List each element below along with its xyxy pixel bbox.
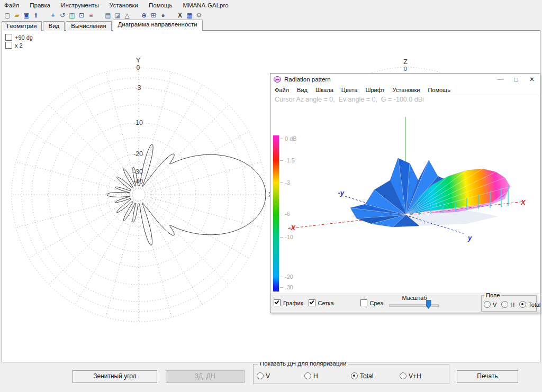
app-window: ФайлПравкаИнструментыУстановкиПомощьMMAN… bbox=[0, 0, 542, 392]
toolbar-separator bbox=[168, 15, 175, 16]
rw-menu-item-6[interactable]: Помощь bbox=[428, 87, 450, 93]
svg-text:Z: Z bbox=[403, 58, 408, 66]
target-icon[interactable]: ⊕ bbox=[139, 11, 149, 20]
svg-text:X: X bbox=[520, 198, 526, 206]
close-button[interactable]: ✕ bbox=[524, 74, 540, 85]
radiation-window-controls: ГрафикСеткаСрез Масштаб Поле VHTotal bbox=[270, 294, 540, 313]
rw-menu-item-1[interactable]: Вид bbox=[297, 87, 308, 93]
new-file-icon[interactable]: ▢ bbox=[3, 11, 12, 20]
radio-icon bbox=[257, 372, 264, 379]
field-radio-v-label: V bbox=[493, 302, 496, 308]
menu-item-4[interactable]: Помощь bbox=[149, 2, 172, 8]
svg-text:-y: -y bbox=[338, 189, 344, 197]
window-switch-icon[interactable]: ⊡ bbox=[77, 11, 86, 20]
colorbar-label-0: 0 dB bbox=[285, 135, 297, 142]
gain-colorbar bbox=[273, 135, 279, 291]
svg-text:-20: -20 bbox=[133, 150, 143, 158]
copy-icon[interactable]: ⊞ bbox=[149, 11, 158, 20]
print-button[interactable]: Печать bbox=[457, 370, 518, 383]
radio-icon bbox=[304, 372, 311, 379]
calculator-icon[interactable]: ▦ bbox=[185, 11, 194, 20]
shape-icon[interactable]: ● bbox=[158, 11, 168, 20]
field-radio-total[interactable]: Total bbox=[519, 300, 540, 308]
wires-icon[interactable]: ◫ bbox=[67, 11, 77, 20]
polarization-radio-v-label: V bbox=[266, 372, 270, 380]
window-title: Radiation pattern bbox=[284, 76, 331, 83]
info-icon[interactable]: ℹ bbox=[31, 11, 41, 20]
sliders-icon[interactable]: ≡ bbox=[86, 11, 96, 20]
colorbar-tick bbox=[280, 237, 283, 238]
rw-menu-item-4[interactable]: Шрифт bbox=[365, 87, 384, 93]
scale-slider-thumb[interactable] bbox=[426, 300, 431, 309]
zenith-angle-button[interactable]: Зенитный угол bbox=[73, 370, 157, 383]
move-icon[interactable]: + bbox=[48, 11, 58, 20]
polarization-radio-h[interactable]: H bbox=[304, 372, 318, 380]
menu-item-3[interactable]: Установки bbox=[110, 2, 138, 8]
scale-slider-label: Масштаб bbox=[383, 295, 446, 301]
tab-bar: ГеометрияВидВычисленияДиаграмма направле… bbox=[2, 21, 542, 31]
radio-icon bbox=[351, 372, 358, 379]
open-file-icon[interactable]: ▰ bbox=[12, 11, 22, 20]
rw-menu-item-2[interactable]: Шкала bbox=[315, 87, 333, 93]
pattern-3d-plot[interactable]: X-Xy-y bbox=[287, 112, 539, 294]
scale-slider-track[interactable] bbox=[389, 304, 439, 307]
svg-text:0: 0 bbox=[137, 64, 140, 71]
gear-icon[interactable]: ⚙ bbox=[194, 11, 204, 20]
rw-checkbox-1[interactable]: Сетка bbox=[309, 299, 334, 307]
main-toolbar: ▢▰▣ℹ+↺◫⊡≡▤◪△⊕⊞●X▦⚙ bbox=[0, 10, 542, 21]
svg-text:y: y bbox=[467, 234, 472, 242]
svg-text:-10: -10 bbox=[133, 119, 143, 126]
polarization-radio-vplush[interactable]: V+H bbox=[400, 372, 421, 380]
field-radio-h-label: H bbox=[510, 302, 514, 308]
rw-menu-item-3[interactable]: Цвета bbox=[341, 87, 358, 93]
toolbar-separator bbox=[96, 15, 103, 16]
minimize-button[interactable]: — bbox=[492, 74, 508, 85]
toolbar-separator bbox=[41, 15, 48, 16]
rw-menu-item-5[interactable]: Установки bbox=[393, 87, 420, 93]
menu-item-2[interactable]: Инструменты bbox=[61, 2, 99, 8]
rw-checkbox-0[interactable]: График bbox=[274, 299, 303, 307]
rw-checkbox-2-label: Срез bbox=[370, 300, 383, 306]
tab-2[interactable]: Вычисления bbox=[66, 21, 111, 31]
maximize-button[interactable]: □ bbox=[508, 74, 524, 85]
colorbar-tick bbox=[280, 183, 283, 183]
colorbar-label-4: -10 bbox=[285, 234, 293, 240]
tab-0[interactable]: Геометрия bbox=[2, 21, 42, 31]
triangle-icon[interactable]: △ bbox=[122, 11, 132, 20]
radio-icon bbox=[400, 372, 406, 379]
polar-pattern-chart: YX0-3-10-20-30-40 bbox=[2, 31, 272, 362]
tab-3[interactable]: Диаграмма направленности bbox=[113, 20, 203, 31]
polarization-radio-total[interactable]: Total bbox=[351, 372, 373, 380]
svg-text:-3: -3 bbox=[135, 84, 141, 92]
tab-1[interactable]: Вид bbox=[43, 21, 65, 31]
menu-item-0[interactable]: Файл bbox=[4, 2, 19, 8]
polarization-radio-v[interactable]: V bbox=[257, 372, 270, 380]
checkbox-icon bbox=[360, 299, 367, 306]
checkbox-icon bbox=[274, 299, 281, 306]
rw-checkbox-1-label: Сетка bbox=[318, 300, 334, 306]
page-icon[interactable]: ▤ bbox=[103, 11, 113, 20]
checkbox-icon bbox=[309, 299, 315, 306]
polarization-groupbox: Показать ДН для поляризации VHTotalV+H bbox=[253, 364, 449, 384]
eraser-icon[interactable]: ◪ bbox=[113, 11, 122, 20]
field-groupbox: Поле VHTotal bbox=[481, 295, 537, 312]
field-radio-v[interactable]: V bbox=[484, 300, 496, 308]
save-file-icon[interactable]: ▣ bbox=[22, 11, 31, 20]
rw-menu-item-0[interactable]: Файл bbox=[275, 87, 289, 93]
polarization-radio-vplush-label: V+H bbox=[409, 372, 421, 380]
radio-icon bbox=[484, 301, 491, 308]
menu-item-1[interactable]: Правка bbox=[30, 2, 50, 8]
svg-text:Y: Y bbox=[136, 56, 141, 64]
main-menubar: ФайлПравкаИнструментыУстановкиПомощьMMAN… bbox=[0, 0, 542, 10]
field-radio-h[interactable]: H bbox=[501, 300, 514, 308]
rotate-icon[interactable]: ↺ bbox=[58, 11, 67, 20]
polarization-radio-total-label: Total bbox=[360, 372, 373, 380]
svg-text:0: 0 bbox=[404, 66, 407, 72]
rw-checkbox-2[interactable]: Срез bbox=[360, 299, 383, 307]
radiation-window-menubar: ФайлВидШкалаЦветаШрифтУстановкиПомощь bbox=[270, 85, 540, 95]
window-titlebar[interactable]: Radiation pattern — □ ✕ bbox=[270, 74, 540, 86]
colorbar-label-2: -3 bbox=[285, 179, 290, 186]
colorbar-label-1: -1.5 bbox=[285, 157, 295, 163]
rw-checkbox-0-label: График bbox=[283, 300, 303, 306]
tools-icon[interactable]: X bbox=[175, 11, 185, 20]
